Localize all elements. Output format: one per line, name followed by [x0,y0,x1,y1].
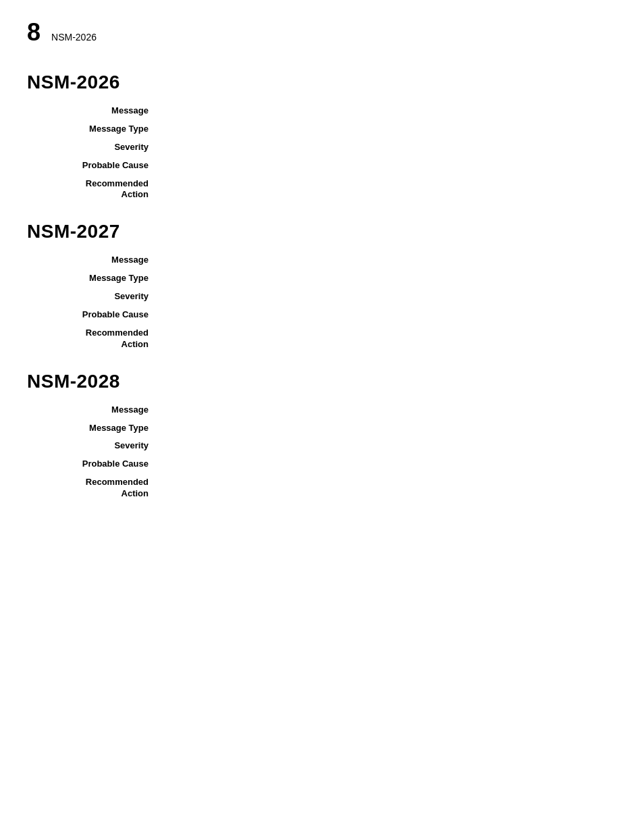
field-value-nsm-2027-4 [162,328,617,350]
section-title-nsm-2027: NSM-2027 [27,221,617,242]
field-label-nsm-2028-2: Severity [41,440,162,452]
field-row-nsm-2027-0: Message [27,255,617,266]
field-row-nsm-2027-3: Probable Cause [27,309,617,321]
field-label-nsm-2028-0: Message [41,405,162,416]
section-title-nsm-2028: NSM-2028 [27,371,617,392]
field-label-nsm-2026-1: Message Type [41,124,162,135]
field-row-nsm-2028-4: RecommendedAction [27,477,617,500]
field-value-nsm-2026-0 [162,105,617,117]
field-label-nsm-2027-1: Message Type [41,273,162,284]
page-number: 8 [27,20,41,45]
field-row-nsm-2026-1: Message Type [27,124,617,135]
page-header: 8 NSM-2026 [27,20,617,45]
section-nsm-2026: NSM-2026MessageMessage TypeSeverityProba… [27,72,617,201]
field-value-nsm-2027-1 [162,273,617,284]
field-value-nsm-2026-2 [162,142,617,153]
section-nsm-2028: NSM-2028MessageMessage TypeSeverityProba… [27,371,617,500]
field-value-nsm-2028-1 [162,423,617,434]
section-title-nsm-2026: NSM-2026 [27,72,617,93]
field-row-nsm-2028-0: Message [27,405,617,416]
field-label-nsm-2028-4: RecommendedAction [41,477,162,500]
field-row-nsm-2028-3: Probable Cause [27,459,617,470]
field-value-nsm-2027-3 [162,309,617,321]
field-row-nsm-2027-4: RecommendedAction [27,328,617,350]
field-label-nsm-2027-4: RecommendedAction [41,328,162,350]
field-value-nsm-2028-4 [162,477,617,500]
field-label-nsm-2026-2: Severity [41,142,162,153]
field-row-nsm-2026-3: Probable Cause [27,160,617,172]
field-row-nsm-2028-1: Message Type [27,423,617,434]
field-label-nsm-2027-3: Probable Cause [41,309,162,321]
field-label-nsm-2026-3: Probable Cause [41,160,162,172]
field-label-nsm-2026-0: Message [41,105,162,117]
field-row-nsm-2027-2: Severity [27,291,617,303]
field-value-nsm-2027-2 [162,291,617,303]
field-label-nsm-2028-3: Probable Cause [41,459,162,470]
field-row-nsm-2026-2: Severity [27,142,617,153]
field-value-nsm-2026-4 [162,178,617,201]
page-subtitle: NSM-2026 [51,32,97,43]
field-row-nsm-2027-1: Message Type [27,273,617,284]
field-value-nsm-2027-0 [162,255,617,266]
field-value-nsm-2026-1 [162,124,617,135]
field-row-nsm-2026-4: RecommendedAction [27,178,617,201]
field-label-nsm-2026-4: RecommendedAction [41,178,162,201]
field-label-nsm-2027-0: Message [41,255,162,266]
field-label-nsm-2028-1: Message Type [41,423,162,434]
field-value-nsm-2028-0 [162,405,617,416]
field-row-nsm-2026-0: Message [27,105,617,117]
field-value-nsm-2028-2 [162,440,617,452]
field-value-nsm-2028-3 [162,459,617,470]
field-value-nsm-2026-3 [162,160,617,172]
field-label-nsm-2027-2: Severity [41,291,162,303]
sections-container: NSM-2026MessageMessage TypeSeverityProba… [27,72,617,500]
field-row-nsm-2028-2: Severity [27,440,617,452]
section-nsm-2027: NSM-2027MessageMessage TypeSeverityProba… [27,221,617,350]
